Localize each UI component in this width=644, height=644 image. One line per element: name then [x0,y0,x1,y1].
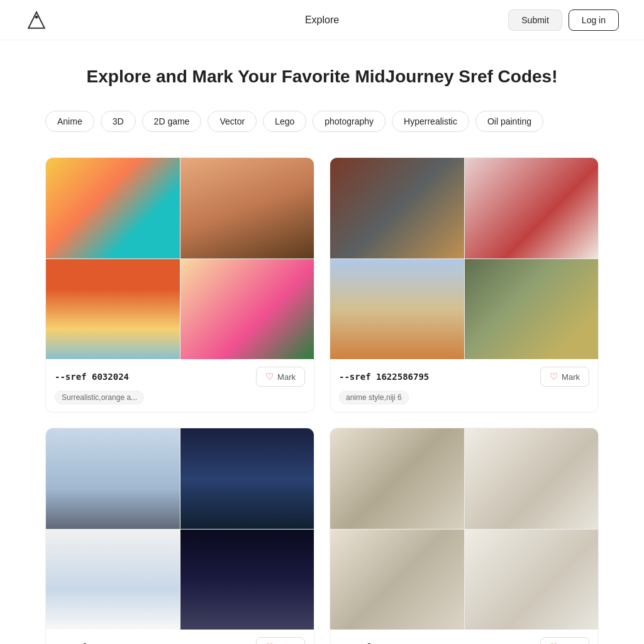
card-1: --sref 6032024 ♡ Mark Surrealistic,orang… [45,157,314,413]
explore-link[interactable]: Explore [305,14,339,25]
filter-tag-3d[interactable]: 3D [101,111,136,132]
card-1-mark-label: Mark [277,372,296,382]
card-1-img-1 [46,158,180,258]
card-1-style-tag: Surrealistic,orange a... [55,391,144,404]
card-4-footer: --sref 9934512 ♡ Mark ink illustration [330,630,598,644]
card-2-img-4 [465,259,599,360]
card-2: --sref 1622586795 ♡ Mark anime style,nij… [330,157,599,413]
card-3-mark-button[interactable]: ♡ Mark [256,637,305,644]
card-2-images [330,158,598,359]
card-4-img-1 [330,428,464,529]
card-1-img-4 [180,259,314,360]
card-3-img-4 [180,530,314,630]
filter-tag-oilpainting[interactable]: Oil painting [475,111,543,132]
header-left [25,9,48,31]
card-1-img-2 [180,158,314,258]
card-4-img-4 [465,530,599,630]
card-2-mark-label: Mark [562,372,580,382]
card-2-footer: --sref 1622586795 ♡ Mark anime style,nij… [330,359,598,412]
card-2-mark-button[interactable]: ♡ Mark [540,367,589,387]
cards-grid: --sref 6032024 ♡ Mark Surrealistic,orang… [45,157,599,644]
heart-icon-1: ♡ [265,371,274,382]
card-3-images [46,428,314,630]
card-4-mark-button[interactable]: ♡ Mark [540,637,589,644]
heart-icon-4: ♡ [550,641,558,644]
card-1-images [46,158,314,359]
filter-tag-2dgame[interactable]: 2D game [142,111,202,132]
svg-marker-0 [28,12,45,28]
card-3-img-2 [180,428,314,529]
header-right: Submit Log in [508,9,619,31]
card-3-img-3 [46,530,180,630]
filter-tag-lego[interactable]: Lego [263,111,306,132]
filter-tag-hyperrealistic[interactable]: Hyperrealistic [392,111,469,132]
filter-tag-photography[interactable]: photography [313,111,386,132]
card-2-img-1 [330,158,464,258]
submit-button[interactable]: Submit [508,9,562,31]
header-nav: Explore [305,14,339,26]
card-2-img-3 [330,259,464,360]
filter-tag-vector[interactable]: Vector [208,111,257,132]
card-1-sref: --sref 6032024 [55,372,129,382]
heart-icon-2: ♡ [550,371,558,382]
logo-icon[interactable] [25,9,48,31]
card-3-img-1 [46,428,180,529]
page-title: Explore and Mark Your Favorite MidJourne… [45,65,599,88]
card-4-img-2 [465,428,599,529]
card-1-img-3 [46,259,180,360]
login-button[interactable]: Log in [569,9,619,31]
card-3-footer: --sref 4418827 ♡ Mark sketch,line art [46,630,314,644]
card-4-images [330,428,598,630]
svg-point-1 [35,15,38,18]
card-2-img-2 [465,158,599,258]
card-4: --sref 9934512 ♡ Mark ink illustration [330,428,599,644]
filter-bar: Anime3D2D gameVectorLegophotographyHyper… [45,111,599,135]
filter-tag-anime[interactable]: Anime [45,111,94,132]
card-3: --sref 4418827 ♡ Mark sketch,line art [45,428,314,644]
card-4-img-3 [330,530,464,630]
card-2-style-tag: anime style,niji 6 [339,391,409,404]
card-2-sref: --sref 1622586795 [339,372,429,382]
heart-icon-3: ♡ [265,641,274,644]
card-1-footer: --sref 6032024 ♡ Mark Surrealistic,orang… [46,359,314,412]
card-1-mark-button[interactable]: ♡ Mark [256,367,305,387]
